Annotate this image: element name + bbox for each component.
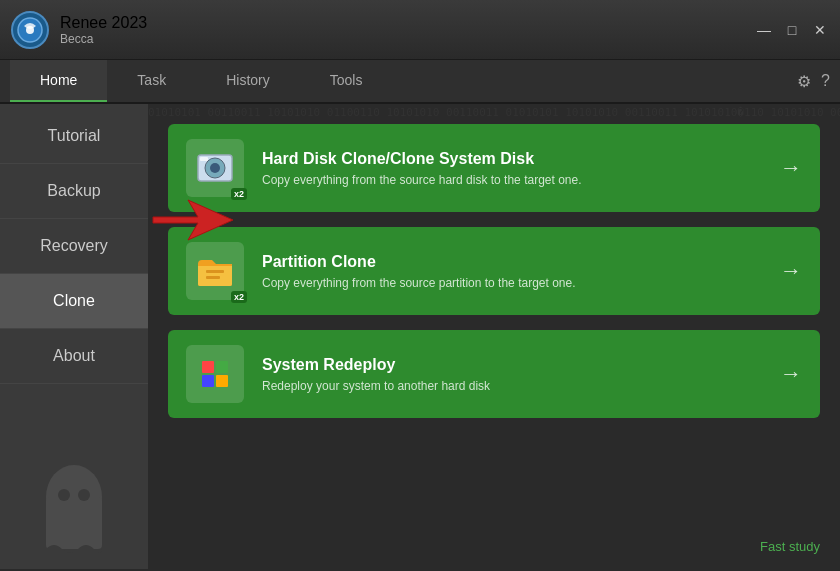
hdd-clone-icon: x2 [186, 139, 244, 197]
svg-rect-4 [46, 497, 102, 549]
sidebar: Tutorial Backup Recovery Clone About [0, 104, 148, 569]
sidebar-item-recovery[interactable]: Recovery [0, 219, 148, 274]
x2-badge-partition: x2 [231, 291, 247, 303]
svg-rect-14 [216, 361, 228, 373]
nav-tabs-left: Home Task History Tools [10, 60, 797, 102]
svg-point-9 [210, 163, 220, 173]
window-controls: — □ ✕ [754, 22, 830, 38]
main-layout: Tutorial Backup Recovery Clone About [0, 104, 840, 569]
svg-point-5 [58, 489, 70, 501]
ghost-decoration [34, 459, 114, 559]
tab-history[interactable]: History [196, 60, 300, 102]
card-partition-title: Partition Clone [262, 253, 770, 271]
sidebar-item-backup[interactable]: Backup [0, 164, 148, 219]
card-partition-desc: Copy everything from the source partitio… [262, 276, 770, 290]
tab-task[interactable]: Task [107, 60, 196, 102]
svg-point-6 [78, 489, 90, 501]
system-redeploy-icon [186, 345, 244, 403]
svg-rect-13 [202, 361, 214, 373]
sidebar-item-clone[interactable]: Clone [0, 274, 148, 329]
fast-study-link[interactable]: Fast study [760, 539, 820, 554]
card-system-desc: Redeploy your system to another hard dis… [262, 379, 770, 393]
help-icon[interactable]: ? [821, 72, 830, 90]
svg-point-2 [26, 26, 34, 34]
sidebar-item-about[interactable]: About [0, 329, 148, 384]
app-subtitle: Becca [60, 32, 147, 46]
card-system-text: System Redeploy Redeploy your system to … [262, 356, 770, 393]
svg-rect-10 [200, 157, 208, 161]
app-title: Renee 2023 [60, 14, 147, 32]
svg-rect-16 [216, 375, 228, 387]
partition-clone-icon: x2 [186, 242, 244, 300]
title-bar: Renee 2023 Becca — □ ✕ [0, 0, 840, 60]
close-button[interactable]: ✕ [810, 22, 830, 38]
sidebar-item-tutorial[interactable]: Tutorial [0, 109, 148, 164]
svg-rect-11 [206, 270, 224, 273]
card-system-arrow: → [780, 361, 802, 387]
gear-icon[interactable]: ⚙ [797, 72, 811, 91]
nav-icons: ⚙ ? [797, 72, 830, 91]
app-logo [10, 10, 50, 50]
svg-rect-12 [206, 276, 220, 279]
svg-rect-15 [202, 375, 214, 387]
minimize-button[interactable]: — [754, 22, 774, 38]
app-title-block: Renee 2023 Becca [60, 14, 147, 46]
tab-home[interactable]: Home [10, 60, 107, 102]
card-hdd-text: Hard Disk Clone/Clone System Disk Copy e… [262, 150, 770, 187]
tab-tools[interactable]: Tools [300, 60, 393, 102]
maximize-button[interactable]: □ [782, 22, 802, 38]
card-hdd-desc: Copy everything from the source hard dis… [262, 173, 770, 187]
card-hdd-clone[interactable]: x2 Hard Disk Clone/Clone System Disk Cop… [168, 124, 820, 212]
card-partition-clone[interactable]: x2 Partition Clone Copy everything from … [168, 227, 820, 315]
card-partition-arrow: → [780, 258, 802, 284]
card-hdd-arrow: → [780, 155, 802, 181]
card-partition-text: Partition Clone Copy everything from the… [262, 253, 770, 290]
x2-badge-hdd: x2 [231, 188, 247, 200]
card-system-title: System Redeploy [262, 356, 770, 374]
card-system-redeploy[interactable]: System Redeploy Redeploy your system to … [168, 330, 820, 418]
content-area: x2 Hard Disk Clone/Clone System Disk Cop… [148, 104, 840, 569]
card-hdd-title: Hard Disk Clone/Clone System Disk [262, 150, 770, 168]
nav-tabs: Home Task History Tools ⚙ ? [0, 60, 840, 104]
